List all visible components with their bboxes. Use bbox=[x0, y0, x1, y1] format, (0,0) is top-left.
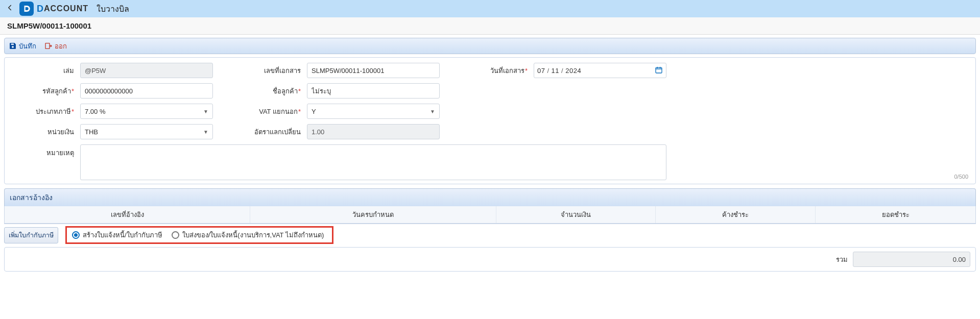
col-refno: เลขที่อ้างอิง bbox=[5, 206, 250, 223]
radio-checked-icon bbox=[72, 231, 80, 239]
custname-label: ชื่อลูกค้า bbox=[252, 86, 303, 96]
logo-letter: D bbox=[37, 4, 44, 14]
taxtype-value: 7.00 % bbox=[85, 108, 105, 115]
document-code-header: SLMP5W/00011-100001 bbox=[0, 17, 980, 35]
total-field bbox=[853, 252, 970, 267]
vatext-value: Y bbox=[312, 108, 316, 115]
exit-label: ออก bbox=[55, 41, 67, 52]
docdate-value: 07/11/2024 bbox=[537, 67, 581, 75]
add-tax-invoice-button[interactable]: เพิ่มใบกำกับภาษี bbox=[4, 227, 58, 243]
form-panel: เล่ม @P5W เลขที่เอกสาร วันที่เอกสาร 07/1… bbox=[4, 57, 976, 184]
docdate-label: วันที่เอกสาร bbox=[479, 65, 530, 76]
toolbar: บันทึก ออก bbox=[4, 38, 976, 54]
page-title: ใบวางบิล bbox=[97, 3, 129, 15]
col-amount: จำนวนเงิน bbox=[496, 206, 656, 223]
remark-char-count: 0/500 bbox=[954, 174, 968, 180]
save-button[interactable]: บันทึก bbox=[9, 41, 36, 52]
currency-select[interactable]: THB▼ bbox=[80, 124, 213, 139]
save-icon bbox=[9, 42, 17, 50]
currency-value: THB bbox=[85, 128, 98, 136]
back-button[interactable] bbox=[5, 3, 14, 15]
exit-icon bbox=[44, 42, 53, 50]
refdoc-section-title: เอกสารอ้างอิง bbox=[4, 188, 976, 206]
custname-field[interactable] bbox=[307, 83, 440, 99]
chevron-down-icon: ▼ bbox=[203, 109, 208, 114]
remark-field[interactable] bbox=[80, 144, 666, 180]
total-bar: รวม bbox=[4, 247, 976, 272]
logo-icon bbox=[19, 2, 34, 16]
book-label: เล่ม bbox=[10, 65, 76, 76]
chevron-down-icon: ▼ bbox=[203, 129, 208, 135]
total-label: รวม bbox=[836, 254, 848, 265]
custcode-field[interactable] bbox=[80, 83, 213, 99]
docno-field[interactable] bbox=[307, 63, 440, 78]
radio-create-invoice[interactable]: สร้างใบแจ้งหนี้/ใบกำกับภาษี bbox=[72, 230, 162, 240]
radio-opt2-label: ใบส่งของ/ใบแจ้งหนี้(งานบริการ,VAT ไม่ถึง… bbox=[182, 230, 324, 240]
svg-rect-1 bbox=[656, 67, 662, 73]
remark-label: หมายเหตุ bbox=[10, 144, 76, 158]
custcode-label: รหัสลูกค้า bbox=[10, 86, 76, 96]
invoice-type-radio-group: สร้างใบแจ้งหนี้/ใบกำกับภาษี ใบส่งของ/ใบแ… bbox=[65, 226, 333, 244]
refdoc-table: เลขที่อ้างอิง วันครบกำหนด จำนวนเงิน ค้าง… bbox=[4, 206, 976, 224]
currency-label: หน่วยเงิน bbox=[10, 127, 76, 137]
col-due: วันครบกำหนด bbox=[250, 206, 496, 223]
svg-rect-0 bbox=[45, 43, 50, 49]
docno-label: เลขที่เอกสาร bbox=[252, 65, 303, 76]
radio-unchecked-icon bbox=[172, 231, 179, 239]
logo-text: ACCOUNT bbox=[44, 4, 88, 13]
exit-button[interactable]: ออก bbox=[44, 41, 67, 52]
taxtype-select[interactable]: 7.00 %▼ bbox=[80, 104, 213, 119]
save-label: บันทึก bbox=[19, 41, 36, 52]
calendar-icon[interactable] bbox=[655, 66, 663, 76]
vatext-select[interactable]: Y▼ bbox=[307, 104, 440, 119]
col-remain: ค้างชำระ bbox=[656, 206, 816, 223]
chevron-down-icon: ▼ bbox=[430, 109, 435, 114]
radio-delivery-note[interactable]: ใบส่งของ/ใบแจ้งหนี้(งานบริการ,VAT ไม่ถึง… bbox=[172, 230, 324, 240]
col-pay: ยอดชำระ bbox=[816, 206, 975, 223]
exrate-field: 1.00 bbox=[307, 124, 440, 139]
book-field: @P5W bbox=[80, 63, 213, 78]
docdate-field[interactable]: 07/11/2024 bbox=[534, 63, 666, 78]
taxtype-label: ประเภทภาษี bbox=[10, 106, 76, 117]
exrate-label: อัตราแลกเปลี่ยน bbox=[252, 127, 303, 137]
radio-opt1-label: สร้างใบแจ้งหนี้/ใบกำกับภาษี bbox=[83, 230, 162, 240]
app-logo: DACCOUNT bbox=[19, 2, 88, 16]
vatext-label: VAT แยกนอก bbox=[252, 106, 303, 117]
